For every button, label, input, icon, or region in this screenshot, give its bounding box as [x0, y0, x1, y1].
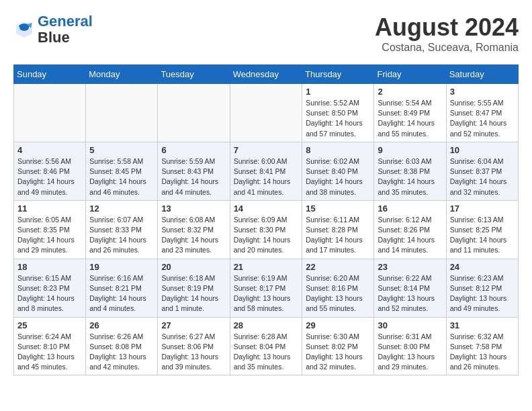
- day-number: 20: [161, 262, 226, 272]
- day-number: 30: [378, 320, 442, 330]
- weekday-header: Wednesday: [230, 65, 302, 84]
- day-number: 11: [17, 203, 82, 214]
- calendar-cell: [230, 84, 302, 142]
- day-content: Sunrise: 5:58 AM Sunset: 8:45 PM Dayligh…: [89, 156, 154, 197]
- month-title: August 2024: [375, 13, 519, 42]
- day-number: 18: [17, 262, 82, 272]
- day-number: 31: [450, 320, 515, 330]
- logo-text: General Blue: [38, 13, 93, 46]
- calendar-cell: 9Sunrise: 6:03 AM Sunset: 8:38 PM Daylig…: [374, 142, 446, 200]
- weekday-header: Thursday: [302, 65, 374, 84]
- calendar-week-row: 4Sunrise: 5:56 AM Sunset: 8:46 PM Daylig…: [14, 142, 519, 200]
- calendar-cell: 6Sunrise: 5:59 AM Sunset: 8:43 PM Daylig…: [158, 142, 230, 200]
- day-number: 2: [378, 87, 442, 97]
- calendar-cell: 21Sunrise: 6:19 AM Sunset: 8:17 PM Dayli…: [230, 259, 302, 317]
- day-number: 14: [234, 203, 299, 214]
- calendar-cell: 8Sunrise: 6:02 AM Sunset: 8:40 PM Daylig…: [302, 142, 374, 200]
- calendar-cell: 12Sunrise: 6:07 AM Sunset: 8:33 PM Dayli…: [86, 200, 158, 259]
- calendar-cell: 11Sunrise: 6:05 AM Sunset: 8:35 PM Dayli…: [14, 200, 86, 259]
- calendar-cell: 3Sunrise: 5:55 AM Sunset: 8:47 PM Daylig…: [446, 84, 518, 142]
- day-content: Sunrise: 5:52 AM Sunset: 8:50 PM Dayligh…: [306, 98, 370, 139]
- calendar-body: 1Sunrise: 5:52 AM Sunset: 8:50 PM Daylig…: [14, 84, 519, 375]
- day-content: Sunrise: 6:18 AM Sunset: 8:19 PM Dayligh…: [161, 273, 226, 314]
- calendar-week-row: 1Sunrise: 5:52 AM Sunset: 8:50 PM Daylig…: [14, 84, 519, 142]
- calendar-week-row: 18Sunrise: 6:15 AM Sunset: 8:23 PM Dayli…: [14, 259, 519, 317]
- day-content: Sunrise: 6:28 AM Sunset: 8:04 PM Dayligh…: [234, 332, 299, 373]
- day-number: 24: [450, 262, 515, 272]
- calendar-cell: 23Sunrise: 6:22 AM Sunset: 8:14 PM Dayli…: [374, 259, 446, 317]
- day-number: 3: [450, 87, 515, 97]
- title-block: August 2024 Costana, Suceava, Romania: [375, 13, 519, 54]
- calendar-cell: 15Sunrise: 6:11 AM Sunset: 8:28 PM Dayli…: [302, 200, 374, 259]
- logo-icon: [13, 19, 35, 40]
- day-content: Sunrise: 6:07 AM Sunset: 8:33 PM Dayligh…: [89, 215, 154, 256]
- day-content: Sunrise: 6:27 AM Sunset: 8:06 PM Dayligh…: [161, 332, 226, 373]
- calendar-cell: 18Sunrise: 6:15 AM Sunset: 8:23 PM Dayli…: [14, 259, 86, 317]
- calendar-cell: 27Sunrise: 6:27 AM Sunset: 8:06 PM Dayli…: [158, 317, 230, 375]
- day-content: Sunrise: 5:55 AM Sunset: 8:47 PM Dayligh…: [450, 98, 515, 139]
- calendar-cell: 22Sunrise: 6:20 AM Sunset: 8:16 PM Dayli…: [302, 259, 374, 317]
- calendar-cell: 4Sunrise: 5:56 AM Sunset: 8:46 PM Daylig…: [14, 142, 86, 200]
- calendar-cell: 1Sunrise: 5:52 AM Sunset: 8:50 PM Daylig…: [302, 84, 374, 142]
- day-content: Sunrise: 6:20 AM Sunset: 8:16 PM Dayligh…: [306, 273, 370, 314]
- day-number: 25: [17, 320, 82, 330]
- day-content: Sunrise: 6:15 AM Sunset: 8:23 PM Dayligh…: [17, 273, 82, 314]
- weekday-row: SundayMondayTuesdayWednesdayThursdayFrid…: [14, 65, 519, 84]
- day-content: Sunrise: 6:31 AM Sunset: 8:00 PM Dayligh…: [378, 332, 442, 373]
- calendar-week-row: 11Sunrise: 6:05 AM Sunset: 8:35 PM Dayli…: [14, 200, 519, 259]
- day-number: 7: [234, 145, 299, 155]
- day-content: Sunrise: 6:11 AM Sunset: 8:28 PM Dayligh…: [306, 215, 370, 256]
- day-content: Sunrise: 6:12 AM Sunset: 8:26 PM Dayligh…: [378, 215, 442, 256]
- day-number: 22: [306, 262, 370, 272]
- day-number: 4: [17, 145, 82, 155]
- calendar-cell: 7Sunrise: 6:00 AM Sunset: 8:41 PM Daylig…: [230, 142, 302, 200]
- day-content: Sunrise: 6:13 AM Sunset: 8:25 PM Dayligh…: [450, 215, 515, 256]
- calendar-cell: 25Sunrise: 6:24 AM Sunset: 8:10 PM Dayli…: [14, 317, 86, 375]
- day-content: Sunrise: 5:56 AM Sunset: 8:46 PM Dayligh…: [17, 156, 82, 197]
- page-header: General Blue August 2024 Costana, Suceav…: [13, 13, 519, 54]
- day-number: 17: [450, 203, 515, 214]
- calendar-cell: 24Sunrise: 6:23 AM Sunset: 8:12 PM Dayli…: [446, 259, 518, 317]
- calendar-cell: 10Sunrise: 6:04 AM Sunset: 8:37 PM Dayli…: [446, 142, 518, 200]
- calendar-cell: 16Sunrise: 6:12 AM Sunset: 8:26 PM Dayli…: [374, 200, 446, 259]
- calendar-cell: 19Sunrise: 6:16 AM Sunset: 8:21 PM Dayli…: [86, 259, 158, 317]
- calendar-header: SundayMondayTuesdayWednesdayThursdayFrid…: [14, 65, 519, 84]
- day-number: 26: [89, 320, 154, 330]
- day-content: Sunrise: 6:03 AM Sunset: 8:38 PM Dayligh…: [378, 156, 442, 197]
- day-number: 10: [450, 145, 515, 155]
- calendar-cell: 31Sunrise: 6:32 AM Sunset: 7:58 PM Dayli…: [446, 317, 518, 375]
- calendar-cell: [86, 84, 158, 142]
- day-content: Sunrise: 6:00 AM Sunset: 8:41 PM Dayligh…: [234, 156, 299, 197]
- day-content: Sunrise: 6:09 AM Sunset: 8:30 PM Dayligh…: [234, 215, 299, 256]
- weekday-header: Friday: [374, 65, 446, 84]
- day-content: Sunrise: 6:05 AM Sunset: 8:35 PM Dayligh…: [17, 215, 82, 256]
- day-content: Sunrise: 6:04 AM Sunset: 8:37 PM Dayligh…: [450, 156, 515, 197]
- weekday-header: Monday: [86, 65, 158, 84]
- calendar-cell: 5Sunrise: 5:58 AM Sunset: 8:45 PM Daylig…: [86, 142, 158, 200]
- day-number: 15: [306, 203, 370, 214]
- day-content: Sunrise: 6:19 AM Sunset: 8:17 PM Dayligh…: [234, 273, 299, 314]
- day-number: 12: [89, 203, 154, 214]
- day-number: 8: [306, 145, 370, 155]
- day-content: Sunrise: 6:02 AM Sunset: 8:40 PM Dayligh…: [306, 156, 370, 197]
- location: Costana, Suceava, Romania: [375, 42, 519, 54]
- calendar-cell: 2Sunrise: 5:54 AM Sunset: 8:49 PM Daylig…: [374, 84, 446, 142]
- day-content: Sunrise: 6:16 AM Sunset: 8:21 PM Dayligh…: [89, 273, 154, 314]
- day-content: Sunrise: 6:30 AM Sunset: 8:02 PM Dayligh…: [306, 332, 370, 373]
- day-content: Sunrise: 6:32 AM Sunset: 7:58 PM Dayligh…: [450, 332, 515, 373]
- calendar-cell: 14Sunrise: 6:09 AM Sunset: 8:30 PM Dayli…: [230, 200, 302, 259]
- calendar-cell: 30Sunrise: 6:31 AM Sunset: 8:00 PM Dayli…: [374, 317, 446, 375]
- day-content: Sunrise: 6:24 AM Sunset: 8:10 PM Dayligh…: [17, 332, 82, 373]
- calendar-cell: [158, 84, 230, 142]
- day-number: 6: [161, 145, 226, 155]
- day-content: Sunrise: 6:22 AM Sunset: 8:14 PM Dayligh…: [378, 273, 442, 314]
- day-number: 19: [89, 262, 154, 272]
- calendar-table: SundayMondayTuesdayWednesdayThursdayFrid…: [13, 64, 519, 375]
- calendar-cell: 20Sunrise: 6:18 AM Sunset: 8:19 PM Dayli…: [158, 259, 230, 317]
- calendar-cell: 28Sunrise: 6:28 AM Sunset: 8:04 PM Dayli…: [230, 317, 302, 375]
- day-content: Sunrise: 5:54 AM Sunset: 8:49 PM Dayligh…: [378, 98, 442, 139]
- day-number: 27: [161, 320, 226, 330]
- day-number: 23: [378, 262, 442, 272]
- day-number: 29: [306, 320, 370, 330]
- logo: General Blue: [13, 13, 93, 46]
